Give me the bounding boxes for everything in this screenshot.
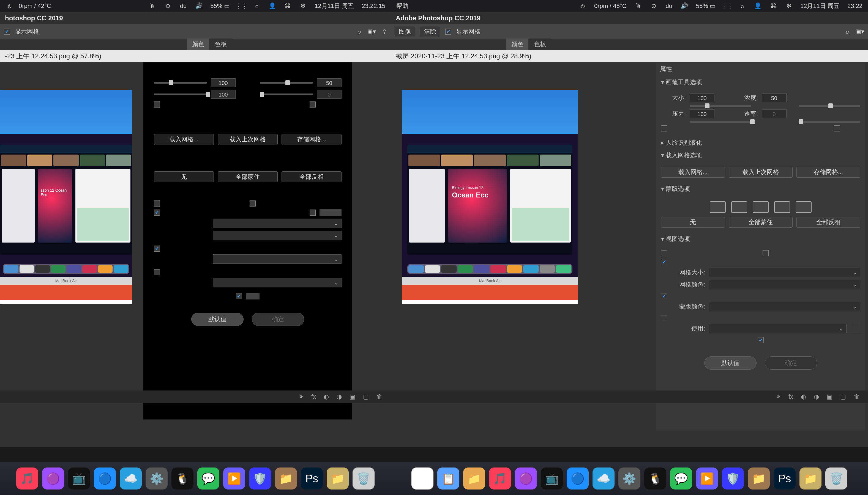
play-icon[interactable]: ⊙ xyxy=(164,2,172,10)
search-icon[interactable]: ⌕ xyxy=(357,28,361,35)
dock-app-13[interactable]: 🗑️ xyxy=(352,467,374,490)
dock-app-12[interactable]: 🛡️ xyxy=(722,467,744,490)
mask-mode-2[interactable] xyxy=(731,201,747,213)
dock-app-10[interactable]: 📁 xyxy=(275,467,297,490)
trash-icon[interactable]: 🗑 xyxy=(377,393,383,400)
adjust-icon[interactable]: ◑ xyxy=(337,393,342,400)
vcb4[interactable] xyxy=(661,293,667,299)
mask-none-button[interactable]: 无 xyxy=(154,171,214,182)
defaults-button[interactable]: 默认值 xyxy=(191,313,244,326)
use-select[interactable]: ⌄ xyxy=(709,324,847,333)
save-mesh-button[interactable]: 存储网格... xyxy=(282,134,341,145)
load-last-mesh-button[interactable]: 载入上次网格 xyxy=(218,134,278,145)
mask-mode-3[interactable] xyxy=(753,201,769,213)
use-select[interactable]: ⌄ xyxy=(213,278,341,287)
adjust-icon[interactable]: ◑ xyxy=(814,393,819,400)
dock-app-4[interactable]: 🟣 xyxy=(515,467,537,490)
mask-mode-1[interactable] xyxy=(710,201,726,213)
ok-button[interactable]: 确定 xyxy=(765,356,817,370)
tab-swatches[interactable]: 色板 xyxy=(210,38,232,50)
window-icon[interactable]: ▣▾ xyxy=(367,28,376,35)
mesh-color-select[interactable]: ⌄ xyxy=(709,280,860,289)
face-aware-header[interactable]: 人脸识别液化 xyxy=(666,139,702,146)
fx-icon[interactable]: fx xyxy=(311,393,316,400)
play-icon[interactable]: ⊙ xyxy=(650,2,657,10)
mesh-size-select[interactable]: ⌄ xyxy=(709,268,860,277)
dock-app-7[interactable]: 💬 xyxy=(197,467,219,490)
spotlight-icon[interactable]: ⌕ xyxy=(739,2,746,10)
v-cb4[interactable] xyxy=(154,245,160,252)
mask-mode-4[interactable] xyxy=(774,201,790,213)
user-icon[interactable]: 👤 xyxy=(754,2,762,10)
dock-app-10[interactable]: 💬 xyxy=(670,467,692,490)
load-mesh-button[interactable]: 载入网格... xyxy=(154,134,214,145)
pressure-value[interactable]: 100 xyxy=(690,109,715,118)
save-mesh-button[interactable]: 存储网格... xyxy=(797,167,860,178)
help-menu[interactable]: 帮助 xyxy=(396,2,408,10)
dock-app-2[interactable]: 📁 xyxy=(463,467,485,490)
mask-all-button[interactable]: 全部蒙住 xyxy=(729,217,792,228)
dock-app-6[interactable]: 🔵 xyxy=(567,467,589,490)
mouse-icon[interactable]: 🖱 xyxy=(634,2,642,10)
v-cb5[interactable] xyxy=(154,269,160,275)
volume-icon[interactable]: 🔊 xyxy=(681,2,688,10)
dock-app-8[interactable]: ⚙️ xyxy=(618,467,640,490)
canvas[interactable]: sson 12 Ocean Ecc MacBook Air xyxy=(0,90,132,304)
share-icon[interactable]: ⇪ xyxy=(382,28,387,35)
mesh-size-select[interactable]: ⌄ xyxy=(213,219,341,228)
dock-app-5[interactable]: 📺 xyxy=(541,467,563,490)
spotlight-icon[interactable]: ⌕ xyxy=(253,2,261,10)
du-icon[interactable]: du xyxy=(665,2,673,10)
new-icon[interactable]: ▢ xyxy=(840,393,846,400)
dock-app-13[interactable]: 📁 xyxy=(748,467,770,490)
link-icon[interactable]: ⚭ xyxy=(299,393,303,400)
dock-app-5[interactable]: ⚙️ xyxy=(146,467,168,490)
tab-color[interactable]: 颜色 xyxy=(187,38,209,50)
fan-icon[interactable]: ✻ xyxy=(299,2,307,10)
load-last-mesh-button[interactable]: 载入上次网格 xyxy=(729,167,792,178)
document-tab[interactable]: -23 上午 12.24.53.png @ 57.8%) xyxy=(0,50,391,62)
canvas[interactable]: Biology Lesson 12 Ocean Ecc MacBook Air xyxy=(402,90,578,304)
vcb1[interactable] xyxy=(661,250,667,256)
mask-options-header[interactable]: 蒙版选项 xyxy=(666,185,690,192)
brush-options-header[interactable]: 画笔工具选项 xyxy=(666,79,702,86)
v-cb3[interactable] xyxy=(154,209,160,216)
cb2[interactable] xyxy=(310,101,316,107)
dock-app-14[interactable]: Ps xyxy=(773,467,796,490)
mask-all-button[interactable]: 全部蒙住 xyxy=(218,171,278,182)
vcb3[interactable] xyxy=(661,259,667,265)
pressure-value[interactable]: 100 xyxy=(211,90,236,99)
v-cb3b[interactable] xyxy=(310,209,316,216)
density-value[interactable]: 50 xyxy=(317,79,341,87)
tab-color[interactable]: 颜色 xyxy=(506,38,529,50)
link-icon[interactable]: ⚭ xyxy=(776,393,781,400)
tab-swatches[interactable]: 色板 xyxy=(529,38,551,50)
dock-app-9[interactable]: 🛡️ xyxy=(249,467,271,490)
invert-all-button[interactable]: 全部反相 xyxy=(282,171,341,182)
fan-icon[interactable]: ✻ xyxy=(785,2,792,10)
dock-app-11[interactable]: Ps xyxy=(301,467,323,490)
cb-stylus[interactable] xyxy=(661,125,667,132)
dock-app-7[interactable]: ☁️ xyxy=(592,467,615,490)
load-mesh-button[interactable]: 载入网格... xyxy=(661,167,725,178)
dock-app-15[interactable]: 📁 xyxy=(800,467,821,490)
window-icon[interactable]: ▣▾ xyxy=(855,28,864,35)
clear-button[interactable]: 清除 xyxy=(420,26,440,37)
mesh-options-header[interactable]: 载入网格选项 xyxy=(666,152,702,159)
dock-app-3[interactable]: 🔵 xyxy=(94,467,116,490)
mask-color-select[interactable]: ⌄ xyxy=(213,254,341,264)
volume-icon[interactable]: 🔊 xyxy=(195,2,203,10)
dock-app-0[interactable]: 1 xyxy=(412,467,433,490)
mask-color-select[interactable]: ⌄ xyxy=(709,302,860,311)
dock-app-8[interactable]: ▶️ xyxy=(223,467,245,490)
rate-value[interactable]: 0 xyxy=(317,90,341,99)
mouse-icon[interactable]: 🖱 xyxy=(149,2,156,10)
trash-icon[interactable]: 🗑 xyxy=(854,393,860,400)
vcb2[interactable] xyxy=(763,250,769,256)
dock-app-1[interactable]: 📋 xyxy=(437,467,459,490)
new-icon[interactable]: ▢ xyxy=(363,393,369,400)
mask-mode-5[interactable] xyxy=(796,201,812,213)
size-value[interactable]: 100 xyxy=(211,79,236,87)
search-icon[interactable]: ⌕ xyxy=(846,28,849,35)
wifi-icon[interactable]: ⋮⋮ xyxy=(237,2,245,10)
